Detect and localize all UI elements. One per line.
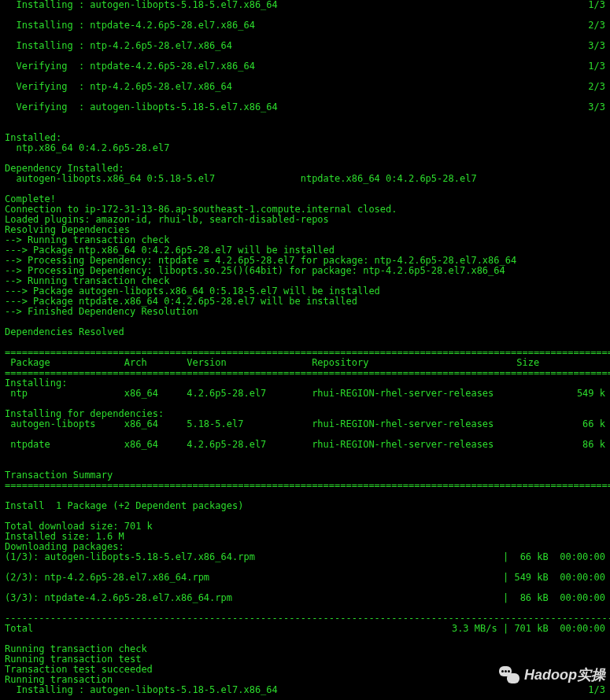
terminal-output[interactable]: Installing : autogen-libopts-5.18-5.el7.… bbox=[0, 0, 610, 700]
